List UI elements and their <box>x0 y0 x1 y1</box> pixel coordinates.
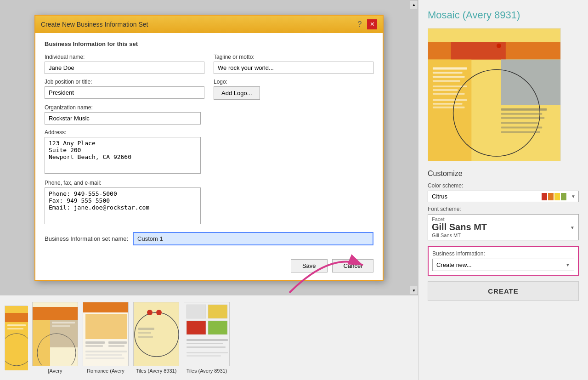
svg-rect-11 <box>433 99 467 101</box>
dialog-help-button[interactable]: ? <box>355 20 364 29</box>
svg-rect-51 <box>138 332 151 334</box>
svg-rect-30 <box>33 307 78 320</box>
svg-rect-25 <box>5 313 28 322</box>
thumb-partial[interactable] <box>5 306 28 370</box>
thumb-img-romance <box>83 302 129 366</box>
form-col-tagline: Tagline or motto: <box>214 54 373 74</box>
color-scheme-dropdown-arrow[interactable]: ▼ <box>568 194 578 199</box>
form-row-1: Individual name: Tagline or motto: <box>45 54 373 74</box>
svg-rect-44 <box>85 354 122 356</box>
svg-rect-62 <box>187 355 221 357</box>
svg-rect-43 <box>85 351 127 352</box>
font-scheme-label: Font scheme: <box>428 206 579 212</box>
form-org-group: Organization name: <box>45 104 373 125</box>
font-scheme-sub: Gill Sans MT <box>432 233 575 238</box>
form-phone-group: Phone, fax, and e-mail: Phone: 949-555-5… <box>45 180 373 226</box>
cancel-button[interactable]: Cancel <box>332 259 373 272</box>
thumb-img-tiles2 <box>184 302 230 366</box>
biz-info-select-row[interactable]: Create new... ▼ <box>432 259 574 271</box>
font-scheme-name: Facet <box>432 216 575 222</box>
svg-rect-40 <box>85 345 103 347</box>
dialog-close-button[interactable]: ✕ <box>367 19 377 29</box>
create-button[interactable]: CREATE <box>428 281 579 301</box>
svg-rect-37 <box>83 302 129 312</box>
thumb-item-romance[interactable]: Romance (Avery <box>83 302 129 374</box>
svg-rect-19 <box>501 117 544 119</box>
biz-info-label: Business information: <box>432 250 574 257</box>
dialog-overlay: Create New Business Information Set ? ✕ … <box>0 0 418 295</box>
swatch-orange <box>548 193 554 200</box>
swatch-red <box>542 193 547 200</box>
svg-rect-55 <box>208 305 227 318</box>
svg-rect-52 <box>138 336 153 338</box>
form-col-logo: Logo: Add Logo... <box>214 79 373 100</box>
thumb-item-tiles1[interactable]: Tiles (Avery 8931) <box>133 302 179 374</box>
job-position-label: Job position or title: <box>45 79 204 85</box>
font-scheme-main: Gill Sans MT <box>432 222 575 233</box>
svg-rect-21 <box>501 127 542 129</box>
svg-rect-59 <box>187 343 223 344</box>
thumb-img-tiles1 <box>133 302 179 366</box>
thumb-label-tiles2: Tiles (Avery 8931) <box>187 368 227 374</box>
font-scheme-arrow: ▼ <box>570 225 575 230</box>
svg-rect-20 <box>501 122 537 124</box>
svg-rect-38 <box>85 314 127 339</box>
dialog-body: Business Information for this set Indivi… <box>35 33 383 259</box>
dialog-create-biz-info: Create New Business Information Set ? ✕ … <box>34 15 384 281</box>
thumb-item-tiles2[interactable]: Tiles (Avery 8931) <box>184 302 230 374</box>
dialog-titlebar: Create New Business Information Set ? ✕ <box>35 16 383 33</box>
set-name-input[interactable] <box>133 232 373 245</box>
svg-rect-31 <box>33 320 50 366</box>
svg-rect-35 <box>52 325 70 327</box>
form-row-2: Job position or title: Logo: Add Logo... <box>45 79 373 100</box>
tagline-input[interactable] <box>214 62 373 74</box>
svg-rect-9 <box>433 89 458 91</box>
svg-rect-57 <box>208 321 227 335</box>
svg-rect-6 <box>433 76 465 78</box>
panel-title: Mosaic (Avery 8931) <box>428 9 579 21</box>
color-scheme-row[interactable]: Citrus ▼ <box>428 191 579 202</box>
svg-point-48 <box>147 310 153 315</box>
thumb-label-avery: [Avery <box>48 368 62 374</box>
individual-name-label: Individual name: <box>45 54 204 60</box>
svg-rect-26 <box>7 324 26 326</box>
svg-rect-15 <box>501 60 560 105</box>
thumb-item-avery[interactable]: [Avery <box>32 302 78 374</box>
add-logo-button[interactable]: Add Logo... <box>214 86 260 100</box>
right-panel: Mosaic (Avery 8931) <box>418 0 588 380</box>
svg-rect-18 <box>501 113 542 115</box>
font-scheme-box[interactable]: Facet Gill Sans MT Gill Sans MT ▼ <box>428 214 579 240</box>
svg-rect-58 <box>187 339 228 341</box>
dialog-controls: ? ✕ <box>355 19 377 29</box>
logo-label: Logo: <box>214 79 373 85</box>
phone-textarea[interactable]: Phone: 949-555-5000 Fax: 949-555-5500 Em… <box>45 187 201 224</box>
set-name-label: Business Information set name: <box>45 235 128 242</box>
color-swatches <box>540 192 568 201</box>
job-position-input[interactable] <box>45 86 204 99</box>
thumb-label-tiles1: Tiles (Avery 8931) <box>136 368 177 374</box>
thumb-img-avery <box>32 302 78 366</box>
individual-name-input[interactable] <box>45 62 204 74</box>
org-name-label: Organization name: <box>45 104 373 111</box>
address-textarea[interactable]: 123 Any Place Suite 200 Newport Beach, C… <box>45 137 201 174</box>
svg-rect-42 <box>108 345 124 347</box>
template-preview <box>428 28 561 161</box>
form-col-job: Job position or title: <box>45 79 204 100</box>
color-scheme-label: Color scheme: <box>428 182 579 189</box>
svg-rect-56 <box>187 321 206 335</box>
phone-label: Phone, fax, and e-mail: <box>45 180 373 186</box>
save-button[interactable]: Save <box>291 259 328 272</box>
svg-rect-3 <box>428 60 471 161</box>
biz-info-dropdown-arrow[interactable]: ▼ <box>562 262 574 267</box>
svg-rect-17 <box>501 108 547 111</box>
svg-rect-45 <box>85 357 124 359</box>
svg-rect-13 <box>433 107 465 108</box>
color-scheme-value: Citrus <box>428 191 540 202</box>
thumb-label-romance: Romance (Avery <box>87 368 124 374</box>
svg-rect-12 <box>433 103 463 105</box>
svg-rect-5 <box>433 72 463 74</box>
biz-info-form-header: Business Information for this set <box>45 40 373 47</box>
org-name-input[interactable] <box>45 112 201 125</box>
tagline-label: Tagline or motto: <box>214 54 373 60</box>
biz-info-value: Create new... <box>433 259 562 271</box>
